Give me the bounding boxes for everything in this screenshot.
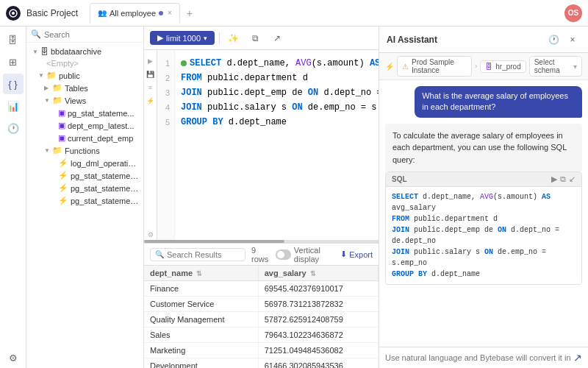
ai-code-block: SQL ▶ ⧉ ↙ SELECT d.dept_name, AVG(s.amou… bbox=[385, 171, 582, 285]
line-format-icon[interactable]: ≡ bbox=[146, 82, 156, 93]
table-row: Sales79643.102234636872 bbox=[144, 328, 379, 343]
table-row: Finance69545.402376910017 bbox=[144, 281, 379, 297]
sidebar-database-icon[interactable]: 🗄 bbox=[3, 29, 24, 50]
line-explain-icon[interactable]: ⚡ bbox=[146, 96, 156, 106]
tree-item-pg-stat-stmts3[interactable]: ⚡ pg_stat_statemen... bbox=[26, 194, 143, 207]
tree-item-bbdataarchive[interactable]: ▼ 🗄 bbdataarchive bbox=[26, 46, 143, 57]
code-text: JOIN public.salary s ON de.emp_no = s.em… bbox=[181, 100, 379, 115]
line-num-3: 3 bbox=[165, 85, 170, 100]
tree-item-public[interactable]: ▼ 📁 public bbox=[26, 69, 143, 82]
tree-label: pg_stat_statements bbox=[71, 171, 140, 180]
results-table: dept_name ⇅ avg_salary ⇅ Finance69545.40… bbox=[144, 266, 379, 368]
cell-avg-salary: 57872.625912408759 bbox=[258, 312, 378, 328]
sidebar-table-icon[interactable]: ⊞ bbox=[3, 52, 24, 72]
share-icon[interactable]: ↗ bbox=[268, 29, 286, 47]
copy-icon[interactable]: ⧉ bbox=[246, 29, 264, 47]
code-panel: 1 2 3 4 5 SELECT d.dept_name, AVG(s.amou… bbox=[157, 50, 379, 240]
tab-close-btn[interactable]: × bbox=[168, 9, 172, 17]
ai-header-icons: 🕐 × bbox=[545, 32, 581, 48]
tree-label: pg_stat_statemen... bbox=[71, 197, 140, 205]
editor-area: ▶ limit 1000 ▾ ✨ ⧉ ↗ ▶ 💾 ≡ ⚡ ⚙ bbox=[144, 26, 379, 368]
user-message: What is the average salary of employees … bbox=[415, 86, 582, 118]
sidebar-query-icon[interactable]: { } bbox=[3, 74, 24, 94]
run-dropdown-arrow[interactable]: ▾ bbox=[204, 35, 207, 42]
tree-label: log_dml_operations bbox=[71, 159, 140, 168]
connection-bar: ⚡ ⚠ Prod Sample Instance › 🗄 hr_prod Sel… bbox=[379, 53, 588, 80]
results-table-container[interactable]: dept_name ⇅ avg_salary ⇅ Finance69545.40… bbox=[144, 266, 379, 368]
cell-dept-name: Quality Management bbox=[144, 312, 258, 328]
ai-input-field[interactable] bbox=[385, 353, 570, 362]
tree-item-current-dept-emp[interactable]: ▣ current_dept_emp bbox=[26, 132, 143, 144]
insert-code-icon[interactable]: ↙ bbox=[569, 174, 576, 184]
col-header-dept-name[interactable]: dept_name ⇅ bbox=[144, 266, 258, 281]
breadcrumb-arrow: › bbox=[475, 63, 477, 70]
ai-intro-text: To calculate the average salary of emplo… bbox=[385, 124, 582, 172]
sidebar-settings-icon[interactable]: ⚙ bbox=[3, 347, 24, 368]
tree-arrow: ▼ bbox=[44, 97, 50, 104]
sidebar-search-bar: 🔍 ↻ bbox=[26, 26, 143, 43]
sidebar-history-icon[interactable]: 🕐 bbox=[3, 118, 24, 138]
tree-item-tables[interactable]: ▶ 📁 Tables bbox=[26, 82, 143, 94]
ai-close-icon[interactable]: × bbox=[564, 32, 581, 48]
search-input[interactable] bbox=[44, 30, 144, 39]
code-editor[interactable]: SELECT d.dept_name, AVG(s.amount) AS avg… bbox=[175, 50, 379, 240]
function-icon: ⚡ bbox=[58, 196, 68, 205]
results-toolbar: 🔍 9 rows Vertical display ⬇ Export bbox=[144, 244, 379, 266]
tree-item-pg-stat-stmts1[interactable]: ⚡ pg_stat_statements bbox=[26, 169, 143, 182]
database-selector[interactable]: 🗄 hr_prod bbox=[480, 60, 526, 73]
function-icon: ⚡ bbox=[58, 183, 68, 193]
schema-label: Select schema bbox=[534, 58, 571, 74]
line-settings-icon[interactable]: ⚙ bbox=[146, 230, 156, 240]
ai-code-line-2: FROM public.department d bbox=[392, 213, 576, 224]
run-button[interactable]: ▶ limit 1000 ▾ bbox=[150, 31, 215, 45]
editor-toolbar: ▶ limit 1000 ▾ ✨ ⧉ ↗ bbox=[144, 26, 379, 50]
tree-item-views[interactable]: ▼ 📁 Views bbox=[26, 94, 143, 107]
table-row: Development61466.302085943536 bbox=[144, 358, 379, 369]
instance-selector[interactable]: ⚠ Prod Sample Instance bbox=[397, 56, 472, 77]
line-save-icon[interactable]: 💾 bbox=[146, 69, 156, 79]
code-line-3: JOIN public.dept_emp de ON d.dept_no = d… bbox=[181, 85, 373, 100]
sort-icon[interactable]: ⇅ bbox=[310, 270, 316, 277]
tree-item-empty[interactable]: <Empty> bbox=[26, 57, 143, 69]
ai-code-line-3: JOIN public.dept_emp de ON d.dept_no = d… bbox=[392, 224, 576, 247]
tab-add-btn[interactable]: + bbox=[182, 5, 198, 21]
ai-messages-area[interactable]: What is the average salary of employees … bbox=[379, 80, 588, 347]
col-header-avg-salary[interactable]: avg_salary ⇅ bbox=[258, 266, 378, 281]
tree-label: public bbox=[59, 71, 80, 80]
ai-send-button[interactable]: ↗ bbox=[573, 352, 582, 364]
tree-item-functions[interactable]: ▼ 📁 Functions bbox=[26, 144, 143, 157]
tree-label: pg_stat_stateme... bbox=[68, 109, 135, 118]
results-panel: 🔍 9 rows Vertical display ⬇ Export bbox=[144, 243, 379, 368]
results-row-count: 9 rows bbox=[251, 246, 270, 263]
tab-all-employee[interactable]: 👥 All employee × bbox=[90, 3, 180, 24]
cell-avg-salary: 71251.049484536082 bbox=[258, 343, 378, 358]
tree-label: Views bbox=[65, 96, 86, 105]
sidebar-chart-icon[interactable]: 📊 bbox=[3, 96, 24, 116]
sort-icon[interactable]: ⇅ bbox=[196, 270, 202, 277]
schema-selector[interactable]: Select schema ▾ bbox=[529, 56, 582, 77]
tree-item-dept-emp-latest[interactable]: ▣ dept_emp_latest... bbox=[26, 119, 143, 132]
scroll-thumb[interactable] bbox=[144, 240, 284, 243]
tree-label: pg_stat_statemen... bbox=[71, 184, 140, 193]
function-icon: ⚡ bbox=[58, 158, 68, 168]
export-button[interactable]: ⬇ Export bbox=[340, 250, 373, 259]
file-sidebar: 🔍 ↻ ▼ 🗄 bbdataarchive <Empty> ▼ 📁 public… bbox=[26, 26, 144, 368]
app-title: Basic Project bbox=[26, 8, 78, 18]
ai-clock-icon[interactable]: 🕐 bbox=[545, 32, 562, 48]
run-code-icon[interactable]: ▶ bbox=[551, 174, 557, 184]
wand-icon[interactable]: ✨ bbox=[224, 29, 242, 47]
vertical-display-toggle[interactable] bbox=[276, 250, 291, 260]
warning-icon: ⚠ bbox=[402, 63, 409, 71]
tree-item-pg-stat-1[interactable]: ▣ pg_stat_stateme... bbox=[26, 107, 143, 119]
line-play-icon[interactable]: ▶ bbox=[146, 56, 156, 66]
tab-label: All employee bbox=[110, 9, 156, 18]
results-search-input[interactable] bbox=[167, 250, 240, 259]
tree-item-log-dml[interactable]: ⚡ log_dml_operations bbox=[26, 157, 143, 169]
line-numbers: 1 2 3 4 5 bbox=[157, 50, 175, 240]
export-icon: ⬇ bbox=[340, 250, 347, 259]
horizontal-scrollbar[interactable] bbox=[144, 240, 379, 243]
code-text: GROUP BY d.dept_name bbox=[181, 115, 287, 130]
tree-arrow: ▼ bbox=[32, 49, 38, 55]
copy-code-icon[interactable]: ⧉ bbox=[560, 174, 566, 184]
tree-item-pg-stat-stmts2[interactable]: ⚡ pg_stat_statemen... bbox=[26, 182, 143, 194]
